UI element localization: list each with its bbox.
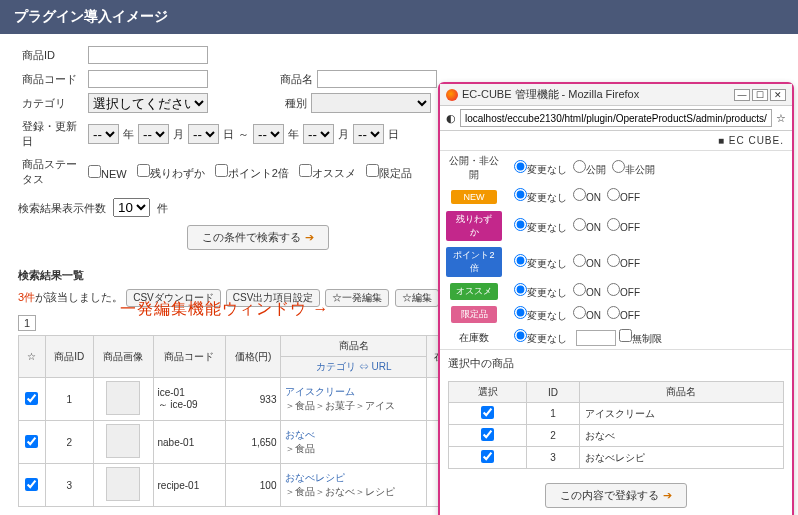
label-category: カテゴリ [18, 93, 88, 114]
options-table: 公開・非公開 変更なし公開非公開 NEW 変更なしONOFF 残りわずか 変更な… [440, 151, 792, 349]
label-product-id: 商品ID [18, 45, 88, 66]
label-product-name: 商品名 [270, 69, 317, 90]
sel-check[interactable] [481, 450, 494, 463]
select-m2[interactable]: -- [303, 124, 334, 144]
page-number[interactable]: 1 [18, 315, 36, 331]
tool-edit[interactable]: ☆編集 [395, 289, 439, 307]
bookmark-icon[interactable]: ☆ [776, 112, 786, 125]
search-button[interactable]: この条件で検索する➔ [187, 225, 329, 250]
results-table: ☆ 商品ID 商品画像 商品コード 価格(円) 商品名 在庫 種別 カテゴリ ⇔… [18, 335, 498, 507]
chk-zan[interactable]: 残りわずか [137, 164, 205, 181]
sel-check[interactable] [481, 406, 494, 419]
page-title-bar: プラグイン導入イメージ [0, 0, 798, 34]
sel-check[interactable] [481, 428, 494, 441]
search-form: 商品ID 商品コード 商品名 カテゴリ 選択してください 種別 登録・更新日 -… [18, 44, 498, 190]
chk-new[interactable]: NEW [88, 165, 127, 180]
select-d2[interactable]: -- [353, 124, 384, 144]
select-category[interactable]: 選択してください [88, 93, 208, 113]
label-reg-date: 登録・更新日 [18, 116, 88, 152]
popup-submit-button[interactable]: この内容で登録する➔ [545, 483, 687, 508]
selected-title: 選択中の商品 [440, 349, 792, 377]
arrow-icon: ➔ [305, 231, 314, 243]
arrow-icon: ➔ [663, 489, 672, 501]
label-status: 商品ステータス [18, 154, 88, 190]
input-product-name[interactable] [317, 70, 437, 88]
select-type[interactable] [311, 93, 431, 113]
tool-csv-dl[interactable]: CSVダウンロード [126, 289, 221, 307]
th-cat[interactable]: カテゴリ ⇔ URL [281, 357, 427, 378]
th-id: 商品ID [45, 336, 93, 378]
list-item: 1アイスクリーム [449, 403, 784, 425]
firefox-icon [446, 89, 458, 101]
status-checks: NEW 残りわずか ポイント2倍 オススメ 限定品 [88, 164, 498, 181]
select-y2[interactable]: -- [253, 124, 284, 144]
opt-publish-label: 公開・非公開 [440, 151, 508, 185]
th-img: 商品画像 [93, 336, 153, 378]
r-pub-nochg[interactable]: 変更なし [514, 164, 567, 175]
row-check[interactable] [25, 478, 38, 491]
tag-gen: 限定品 [451, 306, 497, 323]
th-code: 商品コード [153, 336, 225, 378]
tool-csv-cfg[interactable]: CSV出力項目設定 [226, 289, 321, 307]
table-row: 2nabe-011,650おなべ＞食品0公開 [19, 421, 498, 464]
tag-zan: 残りわずか [446, 211, 502, 241]
url-input[interactable] [460, 109, 772, 127]
tag-new: NEW [451, 190, 497, 204]
table-row: 1ice-01～ ice-09933アイスクリーム＞食品＞お菓子＞アイス0公開 [19, 378, 498, 421]
tool-bulk-edit[interactable]: ☆一発編集 [325, 289, 389, 307]
select-d1[interactable]: -- [188, 124, 219, 144]
input-product-code[interactable] [88, 70, 208, 88]
chk-gen[interactable]: 限定品 [366, 164, 412, 181]
select-m1[interactable]: -- [138, 124, 169, 144]
select-y1[interactable]: -- [88, 124, 119, 144]
th-name: 商品名 [281, 336, 427, 357]
thumb-icon [106, 381, 140, 415]
r-pub-open[interactable]: 公開 [573, 164, 606, 175]
opt-stock-label: 在庫数 [440, 326, 508, 349]
input-product-id[interactable] [88, 46, 208, 64]
address-bar: ◐ ☆ [440, 106, 792, 131]
thumb-icon [106, 424, 140, 458]
row-check[interactable] [25, 392, 38, 405]
min-button[interactable]: — [734, 89, 750, 101]
th-star: ☆ [19, 336, 46, 378]
label-type: 種別 [275, 93, 311, 114]
popup-title: EC-CUBE 管理機能 - Mozilla Firefox [462, 87, 639, 102]
stock-input[interactable] [576, 330, 616, 346]
popup-titlebar: EC-CUBE 管理機能 - Mozilla Firefox —☐✕ [440, 84, 792, 106]
chk-pt[interactable]: ポイント2倍 [215, 164, 289, 181]
page-title: プラグイン導入イメージ [14, 8, 168, 24]
date-range: --年 --月 --日 ～ --年 --月 --日 [88, 124, 498, 144]
list-item: 3おなべレシピ [449, 447, 784, 469]
globe-icon: ◐ [446, 112, 456, 125]
popup-window: EC-CUBE 管理機能 - Mozilla Firefox —☐✕ ◐ ☆ ■… [438, 82, 794, 515]
max-button[interactable]: ☐ [752, 89, 768, 101]
row-check[interactable] [25, 435, 38, 448]
list-item: 2おなべ [449, 425, 784, 447]
tag-pt: ポイント2倍 [446, 247, 502, 277]
close-button[interactable]: ✕ [770, 89, 786, 101]
selected-table: 選択ID商品名 1アイスクリーム2おなべ3おなべレシピ [448, 381, 784, 469]
th-price: 価格(円) [225, 336, 281, 378]
tag-oss: オススメ [450, 283, 498, 300]
chk-oss[interactable]: オススメ [299, 164, 356, 181]
table-row: 3recipe-01100おなべレシピ＞食品＞おなべ＞レシピ0公開 [19, 464, 498, 507]
eccube-logo: ■ EC CUBE. [440, 131, 792, 151]
select-count[interactable]: 10 [113, 198, 150, 217]
r-pub-close[interactable]: 非公開 [612, 164, 655, 175]
thumb-icon [106, 467, 140, 501]
label-product-code: 商品コード [18, 69, 88, 90]
